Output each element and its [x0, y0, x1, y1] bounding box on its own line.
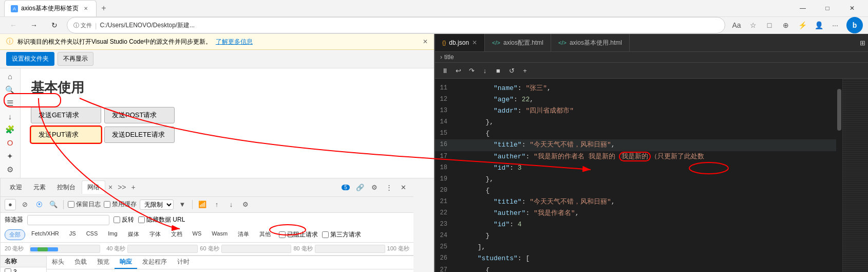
vsc-split-icon[interactable]: ⊞: [857, 37, 868, 48]
network-rows: 3 3: [1, 267, 46, 273]
tab-initiator[interactable]: 发起程序: [137, 256, 172, 269]
copilot-icon[interactable]: ⚡: [795, 18, 809, 32]
delete-request-button[interactable]: 发送DELETE请求: [104, 126, 175, 143]
blocked-req-checkbox[interactable]: 已阻止请求: [279, 230, 318, 239]
preserve-log-checkbox[interactable]: 保留日志: [68, 200, 101, 209]
vscode-scrollbar[interactable]: [836, 79, 842, 272]
vsc-add-icon[interactable]: +: [519, 65, 531, 76]
dt-link-icon[interactable]: 🔗: [354, 181, 366, 193]
tab-header[interactable]: 标头: [47, 256, 69, 269]
ftype-manifest[interactable]: 清单: [234, 229, 253, 240]
vsc-step-into-icon[interactable]: ↓: [479, 65, 490, 76]
row-checkbox[interactable]: [5, 268, 11, 273]
refresh-button[interactable]: ↻: [46, 17, 63, 33]
vsc-tab-close-dbjson[interactable]: ✕: [472, 39, 477, 46]
vsc-pause-icon[interactable]: ⏸: [439, 65, 450, 76]
vsc-redo-icon[interactable]: ↩: [452, 65, 464, 76]
ftype-wasm[interactable]: Wasm: [207, 229, 232, 240]
ftype-media[interactable]: 媒体: [124, 229, 143, 240]
ftype-img[interactable]: Img: [104, 229, 121, 240]
sidebar-copilot-icon[interactable]: ✦: [2, 150, 19, 162]
dt-close-icon[interactable]: ✕: [397, 181, 409, 193]
new-tab-button[interactable]: +: [97, 1, 111, 15]
vsc-tab-axiosconfig[interactable]: </> axios配置.html: [485, 34, 551, 51]
ftype-doc[interactable]: 文档: [167, 229, 186, 240]
ftype-all[interactable]: 全部: [5, 229, 25, 240]
invert-checkbox[interactable]: 反转: [114, 215, 134, 224]
sidebar-search-icon[interactable]: 🔍: [2, 84, 19, 96]
put-request-button[interactable]: 发送PUT请求: [31, 126, 101, 143]
filter-icon[interactable]: ⦿: [33, 199, 45, 210]
dt-menu-icon[interactable]: ⋮: [383, 181, 395, 193]
download-icon[interactable]: ↓: [225, 199, 237, 210]
third-party-checkbox[interactable]: 第三方请求: [322, 230, 361, 239]
disable-cache-checkbox[interactable]: 禁用缓存: [104, 200, 137, 209]
url-bar[interactable]: ⓘ 文件 | C:/Users/LENOVO/Desktop/新建...: [67, 17, 725, 33]
sidebar-history-icon[interactable]: ☰: [2, 97, 19, 110]
read-mode-icon[interactable]: Aа: [729, 18, 744, 32]
browser-tab[interactable]: A axios基本使用标签页 ✕: [4, 0, 97, 16]
vscode-editor[interactable]: 11 "name": "张三", 12 "age": 22, 13 "addr"…: [435, 79, 836, 272]
tab-timing[interactable]: 计时: [172, 256, 195, 269]
dont-show-button[interactable]: 不再显示: [58, 52, 93, 66]
throttle-select[interactable]: 无限制: [140, 200, 174, 210]
dt-settings-icon[interactable]: ⚙: [368, 181, 381, 193]
back-button[interactable]: ←: [5, 17, 22, 33]
dt-tab-close[interactable]: ×: [106, 181, 115, 193]
vsc-stop-icon[interactable]: ■: [493, 65, 504, 76]
record-button[interactable]: ●: [5, 199, 16, 210]
tab-close-button[interactable]: ✕: [82, 5, 90, 13]
upload-icon[interactable]: ↑: [211, 199, 222, 210]
profile-icon[interactable]: 👤: [812, 18, 826, 32]
breadcrumb-title[interactable]: title: [444, 53, 454, 61]
filter-input[interactable]: [27, 215, 109, 225]
sidebar-office-icon[interactable]: O: [2, 137, 19, 149]
info-link[interactable]: 了解更多信息: [216, 38, 253, 46]
sidebar-download-icon[interactable]: ↓: [2, 110, 19, 122]
sidebar-extensions-icon[interactable]: 🧩: [2, 123, 19, 136]
bing-button[interactable]: b: [846, 17, 863, 33]
menu-icon[interactable]: ···: [828, 18, 842, 32]
scrollbar-thumb[interactable]: [837, 89, 841, 131]
set-root-folder-button[interactable]: 设置根文件夹: [6, 52, 54, 66]
close-button[interactable]: ✕: [840, 0, 864, 16]
network-signal-icon[interactable]: 📶: [197, 199, 208, 210]
dt-tab-network[interactable]: 网络: [82, 180, 105, 194]
table-row[interactable]: 3: [1, 267, 46, 273]
dt-tab-more[interactable]: >>: [116, 181, 128, 193]
favorites-icon[interactable]: ☆: [746, 18, 760, 32]
code-content-27: {: [454, 265, 489, 273]
vsc-step-over-icon[interactable]: ↷: [466, 65, 477, 76]
ftype-fetch[interactable]: Fetch/XHR: [27, 229, 63, 240]
tab-response[interactable]: 响应: [115, 256, 137, 269]
vsc-tab-axiosbasic[interactable]: </> axios基本使用.html: [551, 34, 630, 51]
screenshot-icon[interactable]: □: [762, 18, 777, 32]
forward-button[interactable]: →: [26, 17, 42, 33]
clear-button[interactable]: ⊘: [19, 199, 30, 210]
share-icon[interactable]: ⊕: [779, 18, 793, 32]
dt-tab-console[interactable]: 控制台: [52, 181, 81, 194]
dt-tab-elements[interactable]: 元素: [28, 181, 51, 194]
ftype-js[interactable]: JS: [65, 229, 80, 240]
ftype-ws[interactable]: WS: [188, 229, 206, 240]
sidebar-settings-icon[interactable]: ⚙: [2, 164, 19, 176]
dt-tab-add[interactable]: +: [129, 181, 138, 193]
dt-settings-btn[interactable]: ⚙: [240, 199, 251, 210]
post-request-button[interactable]: 发送POST请求: [104, 107, 175, 123]
hide-data-url-checkbox[interactable]: 隐藏数据 URL: [138, 215, 185, 224]
get-request-button[interactable]: 发送GET请求: [31, 107, 101, 123]
info-close-icon[interactable]: ✕: [423, 38, 428, 45]
ftype-css[interactable]: CSS: [82, 229, 102, 240]
ftype-font[interactable]: 字体: [145, 229, 165, 240]
minimize-button[interactable]: —: [791, 0, 815, 16]
dt-tab-welcome[interactable]: 欢迎: [5, 181, 27, 194]
tab-payload[interactable]: 负载: [69, 256, 92, 269]
ftype-other[interactable]: 其他: [255, 229, 275, 240]
throttle-dropdown[interactable]: ▼: [177, 199, 188, 210]
vsc-tab-dbjson[interactable]: {} db.json ✕: [435, 34, 485, 51]
maximize-button[interactable]: □: [816, 0, 839, 16]
tab-preview[interactable]: 预览: [92, 256, 115, 269]
vsc-restart-icon[interactable]: ↺: [506, 65, 517, 76]
search-button[interactable]: 🔍: [48, 199, 59, 210]
sidebar-home-icon[interactable]: ⌂: [2, 70, 19, 83]
